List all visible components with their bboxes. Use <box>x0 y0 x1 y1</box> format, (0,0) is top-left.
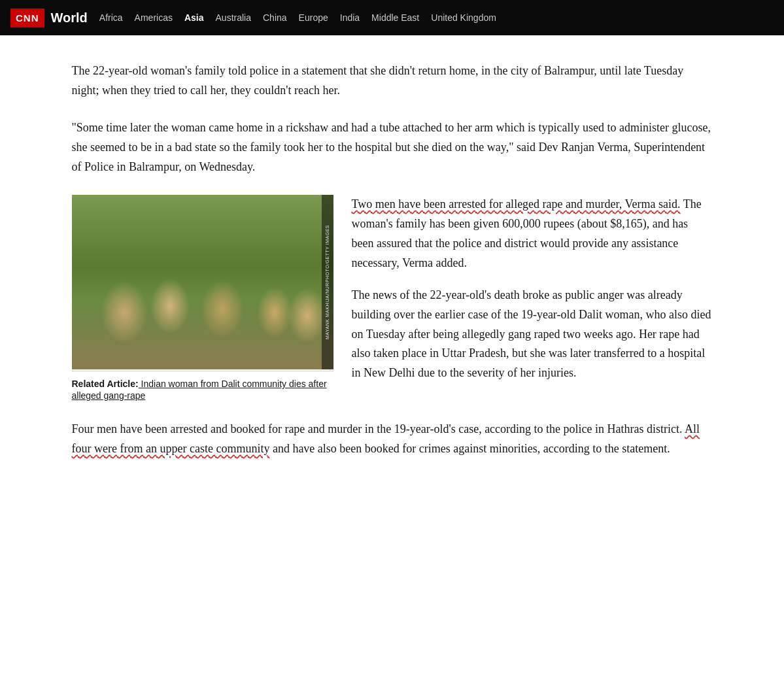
nav-australia[interactable]: Australia <box>216 12 251 23</box>
nav-china[interactable]: China <box>263 12 287 23</box>
inline-image-text-block: MAYANK MAKHIJA/NURPHOTO/GETTY IMAGES Rel… <box>72 195 713 401</box>
cnn-logo[interactable]: CNN <box>10 8 44 27</box>
inline-right-paragraph-1: Two men have been arrested for alleged r… <box>352 195 713 273</box>
article-image: MAYANK MAKHIJA/NURPHOTO/GETTY IMAGES <box>72 195 333 369</box>
inline-right-para1-underlined: Two men have been arrested for alleged r… <box>352 197 681 211</box>
nav-europe[interactable]: Europe <box>299 12 328 23</box>
inline-right-paragraph-2: The news of the 22-year-old's death brok… <box>352 286 713 382</box>
nav-asia[interactable]: Asia <box>184 12 204 23</box>
nav-middle-east[interactable]: Middle East <box>371 12 419 23</box>
related-article-label: Related Article: <box>72 379 139 389</box>
top-navigation: CNN World Africa Americas Asia Australia… <box>0 0 784 35</box>
paragraph-2: "Some time later the woman came home in … <box>72 118 713 177</box>
nav-links-list: Africa Americas Asia Australia China Eur… <box>99 12 496 24</box>
section-label[interactable]: World <box>51 10 88 25</box>
paragraph-3: Four men have been arrested and booked f… <box>72 420 713 458</box>
paragraph-3-start: Four men have been arrested and booked f… <box>72 422 685 435</box>
image-watermark: MAYANK MAKHIJA/NURPHOTO/GETTY IMAGES <box>322 195 333 369</box>
nav-india[interactable]: India <box>340 12 360 23</box>
related-article-box: Related Article: Indian woman from Dalit… <box>72 371 333 401</box>
nav-africa[interactable]: Africa <box>99 12 123 23</box>
inline-left-column: MAYANK MAKHIJA/NURPHOTO/GETTY IMAGES Rel… <box>72 195 333 401</box>
article-body: The 22-year-old woman's family told poli… <box>33 35 752 517</box>
nav-americas[interactable]: Americas <box>135 12 173 23</box>
inline-right-column: Two men have been arrested for alleged r… <box>352 195 713 382</box>
paragraph-3-end: and have also been booked for crimes aga… <box>269 442 670 455</box>
nav-uk[interactable]: United Kingdom <box>431 12 496 23</box>
paragraph-1: The 22-year-old woman's family told poli… <box>72 61 713 100</box>
